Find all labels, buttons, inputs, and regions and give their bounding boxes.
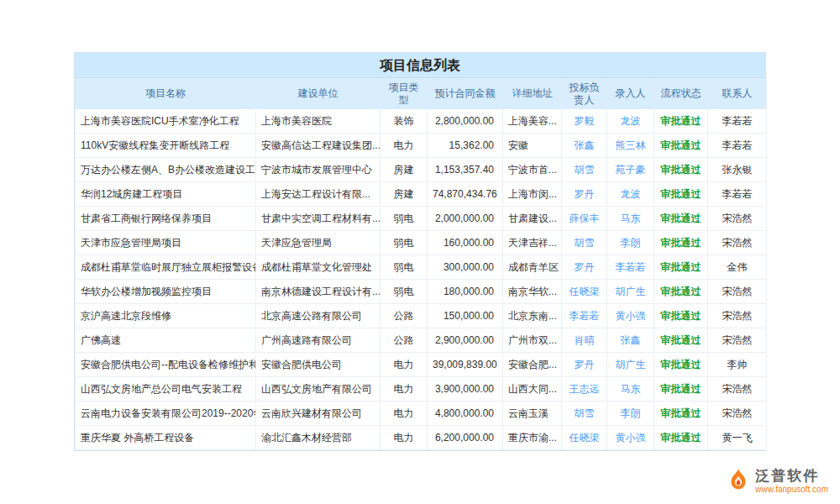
cell-entry[interactable]: 胡广生 (607, 353, 654, 377)
cell-status[interactable]: 审批通过 (654, 328, 708, 353)
cell-address: 宁波市首... (503, 158, 562, 182)
cell-amount: 180,000.00 (428, 280, 503, 304)
cell-name: 云南电力设备安装有限公司2019--2020年... (76, 402, 256, 426)
cell-entry[interactable]: 张鑫 (607, 328, 654, 353)
cell-address: 天津吉祥... (503, 231, 562, 255)
cell-contact: 张永银 (708, 158, 767, 182)
table-row: 110kV安徽线程集变开断线路工程安徽高信达工程建设集团...电力15,362.… (76, 134, 767, 158)
cell-contact: 宋浩然 (708, 304, 767, 328)
cell-address: 重庆市渝... (503, 426, 562, 450)
cell-status[interactable]: 审批通过 (654, 353, 708, 377)
cell-name: 上海市美容医院ICU手术室净化工程 (76, 109, 256, 134)
cell-bidder[interactable]: 罗丹 (562, 353, 607, 377)
cell-status[interactable]: 审批通过 (654, 207, 708, 231)
cell-bidder[interactable]: 薛保丰 (562, 207, 607, 231)
project-table: 项目名称建设单位项目类型预计合同金额详细地址投标负责人录入人流程状态联系人 上海… (75, 78, 767, 450)
cell-name: 成都杜甫草堂临时展厅独立展柜报警设备... (76, 255, 256, 280)
cell-type: 电力 (381, 426, 428, 450)
brand-name: 泛普软件 (755, 468, 828, 485)
cell-status[interactable]: 审批通过 (654, 377, 708, 402)
cell-name: 甘肃省工商银行网络保养项目 (76, 207, 256, 231)
cell-amount: 15,362.00 (428, 134, 503, 158)
cell-bidder[interactable]: 任晓渠 (562, 280, 607, 304)
cell-amount: 2,900,000.00 (428, 328, 503, 353)
cell-name: 110kV安徽线程集变开断线路工程 (76, 134, 256, 158)
cell-type: 电力 (381, 402, 428, 426)
cell-entry[interactable]: 李朗 (607, 231, 654, 255)
cell-bidder[interactable]: 任晓渠 (562, 426, 607, 450)
cell-status[interactable]: 审批通过 (654, 158, 708, 182)
cell-unit: 南京林德建设工程设计有... (256, 280, 381, 304)
cell-address: 南京华软... (503, 280, 562, 304)
cell-entry[interactable]: 马东 (607, 377, 654, 402)
cell-amount: 4,800,000.00 (428, 402, 503, 426)
cell-status[interactable]: 审批通过 (654, 304, 708, 328)
cell-bidder[interactable]: 李若若 (562, 304, 607, 328)
cell-unit: 北京高速公路有限公司 (256, 304, 381, 328)
cell-status[interactable]: 审批通过 (654, 109, 708, 134)
cell-name: 重庆华夏 外高桥工程设备 (76, 426, 256, 450)
cell-unit: 上海市美容医院 (256, 109, 381, 134)
cell-entry[interactable]: 黄小强 (607, 304, 654, 328)
cell-unit: 安徽合肥供电公司 (256, 353, 381, 377)
table-row: 安徽合肥供电公司--配电设备检修维护和...安徽合肥供电公司电力39,009,8… (76, 353, 767, 377)
cell-type: 房建 (381, 182, 428, 207)
cell-amount: 300,000.00 (428, 255, 503, 280)
cell-unit: 甘肃中实空调工程材料有... (256, 207, 381, 231)
cell-entry[interactable]: 李若若 (607, 255, 654, 280)
table-row: 甘肃省工商银行网络保养项目甘肃中实空调工程材料有...弱电2,000,000.0… (76, 207, 767, 231)
page: 项目信息列表 项目名称建设单位项目类型预计合同金额详细地址投标负责人录入人流程状… (0, 0, 840, 504)
cell-entry[interactable]: 胡广生 (607, 280, 654, 304)
cell-status[interactable]: 审批通过 (654, 280, 708, 304)
cell-amount: 39,009,839.00 (428, 353, 503, 377)
table-row: 华软办公楼增加视频监控项目南京林德建设工程设计有...弱电180,000.00南… (76, 280, 767, 304)
table-header-row: 项目名称建设单位项目类型预计合同金额详细地址投标负责人录入人流程状态联系人 (76, 79, 767, 109)
column-header-status: 流程状态 (654, 79, 708, 109)
cell-bidder[interactable]: 胡雪 (562, 158, 607, 182)
cell-type: 电力 (381, 353, 428, 377)
cell-bidder[interactable]: 罗丹 (562, 182, 607, 207)
cell-entry[interactable]: 马东 (607, 207, 654, 231)
cell-status[interactable]: 审批通过 (654, 402, 708, 426)
cell-contact: 宋浩然 (708, 231, 767, 255)
cell-bidder[interactable]: 王志远 (562, 377, 607, 402)
cell-entry[interactable]: 黄小强 (607, 426, 654, 450)
cell-address: 云南玉溪 (503, 402, 562, 426)
cell-bidder[interactable]: 张鑫 (562, 134, 607, 158)
cell-bidder[interactable]: 胡雪 (562, 231, 607, 255)
footer-brand: 泛普软件 www.fanpusoft.com (727, 468, 828, 494)
cell-unit: 天津应急管理局 (256, 231, 381, 255)
table-row: 成都杜甫草堂临时展厅独立展柜报警设备...成都杜甫草堂文化管理处弱电300,00… (76, 255, 767, 280)
cell-status[interactable]: 审批通过 (654, 231, 708, 255)
cell-type: 公路 (381, 328, 428, 353)
cell-unit: 山西弘文房地产有限公司 (256, 377, 381, 402)
table-row: 重庆华夏 外高桥工程设备渝北汇鑫木材经营部电力6,200,000.00重庆市渝.… (76, 426, 767, 450)
cell-status[interactable]: 审批通过 (654, 255, 708, 280)
cell-type: 房建 (381, 158, 428, 182)
column-header-address: 详细地址 (503, 79, 562, 109)
cell-bidder[interactable]: 罗毅 (562, 109, 607, 134)
table-row: 京沪高速北京段维修北京高速公路有限公司公路150,000.00北京东南...李若… (76, 304, 767, 328)
column-header-name: 项目名称 (76, 79, 256, 109)
cell-bidder[interactable]: 胡雪 (562, 402, 607, 426)
cell-entry[interactable]: 龙波 (607, 182, 654, 207)
table-row: 山西弘文房地产总公司电气安装工程山西弘文房地产有限公司电力3,900,000.0… (76, 377, 767, 402)
table-row: 上海市美容医院ICU手术室净化工程上海市美容医院装饰2,800,000.00上海… (76, 109, 767, 134)
cell-status[interactable]: 审批通过 (654, 426, 708, 450)
cell-amount: 1,153,357.40 (428, 158, 503, 182)
cell-entry[interactable]: 李朗 (607, 402, 654, 426)
cell-entry[interactable]: 熊三林 (607, 134, 654, 158)
column-header-type: 项目类型 (381, 79, 428, 109)
cell-status[interactable]: 审批通过 (654, 182, 708, 207)
cell-address: 广州市双... (503, 328, 562, 353)
cell-bidder[interactable]: 肖晴 (562, 328, 607, 353)
cell-entry[interactable]: 龙波 (607, 109, 654, 134)
cell-type: 弱电 (381, 231, 428, 255)
cell-bidder[interactable]: 罗丹 (562, 255, 607, 280)
cell-name: 万达办公楼左侧A、B办公楼改造建设工程 (76, 158, 256, 182)
cell-address: 山西大同... (503, 377, 562, 402)
cell-status[interactable]: 审批通过 (654, 134, 708, 158)
cell-entry[interactable]: 苑子豪 (607, 158, 654, 182)
project-info-table: 项目信息列表 项目名称建设单位项目类型预计合同金额详细地址投标负责人录入人流程状… (74, 52, 766, 451)
table-row: 云南电力设备安装有限公司2019--2020年...云南欣兴建材有限公司电力4,… (76, 402, 767, 426)
